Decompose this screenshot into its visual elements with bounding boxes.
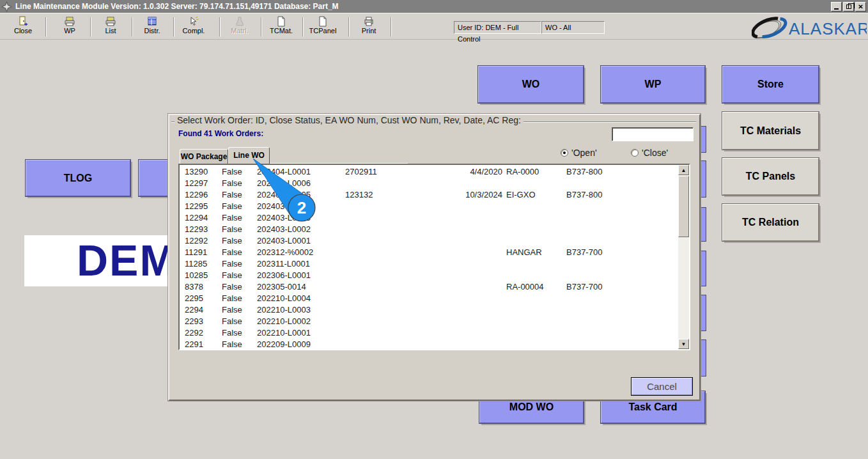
close-window-icon	[858, 3, 863, 10]
radio-close[interactable]: 'Close'	[631, 148, 668, 158]
tab-wo-package[interactable]: WO Package	[180, 149, 228, 164]
close-status-cell: False	[222, 166, 256, 178]
wo-id-cell: 10285	[185, 270, 221, 281]
close-status-cell: False	[222, 235, 256, 247]
tlog-button[interactable]: TLOG	[26, 160, 130, 196]
wo-id-cell: 8378	[185, 281, 221, 293]
close-status-cell: False	[222, 201, 256, 212]
wo-id-cell: 12296	[185, 189, 221, 201]
distr-icon	[146, 16, 158, 27]
toolbar-separator	[132, 17, 133, 36]
toolbar-wp-button[interactable]: WP	[54, 15, 85, 38]
wo-list-row[interactable]: 10285 False 202306-L0001	[180, 270, 678, 281]
wo-list-rows: 13290 False 202404-L0001 2702911 4/4/202…	[180, 165, 678, 349]
ea-wo-num-cell: 202403-L0001	[257, 235, 345, 247]
cancel-button[interactable]: Cancel	[632, 378, 692, 395]
wo-list-row[interactable]: 11291 False 202312-%0002 HANGAR B737-700	[180, 247, 678, 258]
wo-list-row[interactable]: 2295 False 202210-L0004	[180, 293, 678, 304]
ac-reg-cell: RA-0000	[506, 166, 565, 178]
ac-type-cell: B737-800	[566, 189, 637, 201]
wo-id-cell: 2294	[185, 304, 221, 316]
date-cell: 10/3/2024	[435, 189, 502, 201]
cust-wo-num-cell: 2702911	[345, 166, 428, 178]
ea-wo-num-cell: 202210-L0002	[257, 316, 345, 327]
restore-button[interactable]	[843, 2, 854, 12]
close-status-cell: False	[222, 304, 256, 316]
print-icon	[363, 16, 375, 27]
toolbar-tcpanel-button[interactable]: TCPanel	[307, 15, 338, 38]
wo-list-row[interactable]: 12292 False 202403-L0001	[180, 235, 678, 247]
wo-id-cell: 12295	[185, 201, 221, 212]
wo-list-row[interactable]: 12293 False 202403-L0002	[180, 224, 678, 235]
ea-wo-num-cell: 202210-L0001	[257, 327, 345, 339]
scope-field: WO - All	[541, 21, 605, 34]
minimize-button[interactable]	[831, 2, 842, 12]
toolbar-matrl-button: Matrl.	[224, 15, 255, 38]
wo-id-cell: 13290	[185, 166, 221, 178]
ea-wo-num-cell: 202311-L0001	[257, 258, 345, 270]
wo-list-row[interactable]: 12297 False 202403-L0006	[180, 178, 678, 189]
close-status-cell: False	[222, 270, 256, 281]
filter-input[interactable]	[612, 127, 694, 141]
wo-list-row[interactable]: 12294 False 202403-L0003	[180, 212, 678, 224]
wo-button[interactable]: WO	[478, 66, 584, 103]
wo-list-row[interactable]: 11285 False 202311-L0001	[180, 258, 678, 270]
wo-id-cell: 11291	[185, 247, 221, 258]
wo-list-row[interactable]: 12296 False 202403-L0005 123132 10/3/202…	[180, 189, 678, 201]
scroll-up-icon[interactable]	[678, 165, 689, 175]
wo-id-cell: 2293	[185, 316, 221, 327]
ea-wo-num-cell: 202306-L0001	[257, 270, 345, 281]
toolbar-separator	[302, 17, 304, 36]
toolbar-separator	[391, 17, 392, 36]
toolbar-tcmat-button[interactable]: TCMat.	[266, 15, 297, 38]
wo-list-row[interactable]: 12295 False 202403-L0004	[180, 201, 678, 212]
toolbar-print-button[interactable]: Print	[353, 15, 384, 38]
tcmat-icon	[275, 16, 287, 27]
scrollbar-thumb[interactable]	[678, 176, 689, 237]
app-icon	[2, 2, 12, 12]
close-status-cell: False	[222, 293, 256, 304]
exit-icon	[17, 16, 29, 27]
wo-list-row[interactable]: 2292 False 202210-L0001	[180, 327, 678, 339]
ea-wo-num-cell: 202305-0014	[257, 281, 345, 293]
radio-icon	[631, 149, 639, 157]
app-window: Line Maintenance Module Version: 1.0.302…	[0, 0, 868, 459]
tc-relation-button[interactable]: TC Relation	[722, 204, 819, 241]
svg-text:ALASKAR: ALASKAR	[789, 19, 867, 38]
wo-list-row[interactable]: 2294 False 202210-L0003	[180, 304, 678, 316]
toolbar-separator	[90, 17, 91, 36]
wo-id-cell: 12297	[185, 178, 221, 189]
store-button[interactable]: Store	[722, 66, 819, 103]
wo-list-row[interactable]: 2293 False 202210-L0002	[180, 316, 678, 327]
vertical-scrollbar[interactable]	[678, 165, 689, 349]
wo-id-cell: 12292	[185, 235, 221, 247]
wp-button[interactable]: WP	[601, 66, 705, 103]
tc-panels-button[interactable]: TC Panels	[722, 158, 819, 195]
company-logo: ALASKAR	[752, 15, 867, 43]
logo-mark-icon: ALASKAR	[752, 15, 867, 40]
toolbar-separator	[261, 17, 262, 36]
close-window-button[interactable]	[855, 2, 866, 12]
ea-wo-num-cell: 202403-L0004	[257, 201, 345, 212]
wo-list-row[interactable]: 2291 False 202209-L0009	[180, 339, 678, 349]
toolbar-list-button[interactable]: List	[95, 15, 126, 38]
ea-wo-num-cell: 202403-L0006	[257, 178, 345, 189]
close-status-cell: False	[222, 327, 256, 339]
tab-line-wo[interactable]: Line WO	[228, 147, 270, 164]
date-cell: 4/4/2020	[435, 166, 502, 178]
wo-list-row[interactable]: 13290 False 202404-L0001 2702911 4/4/202…	[180, 166, 678, 178]
wo-list-row[interactable]: 8378 False 202305-0014 RA-00004 B737-700	[180, 281, 678, 293]
ea-wo-num-cell: 202209-L0009	[257, 339, 345, 349]
toolbar-distr-button[interactable]: Distr.	[137, 15, 167, 38]
toolbar-compl-button[interactable]: Compl.	[178, 15, 209, 38]
ea-wo-num-cell: 202210-L0003	[257, 304, 345, 316]
ac-type-cell: B737-800	[566, 166, 637, 178]
toolbar-close-button[interactable]: Close	[8, 15, 38, 38]
radio-open[interactable]: 'Open'	[561, 148, 597, 158]
dem-banner: DEM	[24, 235, 168, 286]
scroll-down-icon[interactable]	[678, 339, 689, 349]
ac-reg-cell: HANGAR	[506, 247, 565, 258]
tc-materials-button[interactable]: TC Materials	[722, 112, 819, 150]
ac-reg-cell: EI-GXO	[506, 189, 565, 201]
wo-id-cell: 2292	[185, 327, 221, 339]
